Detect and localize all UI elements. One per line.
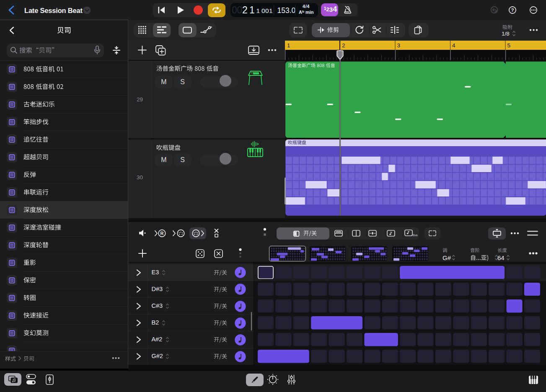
svg-text:1: 1: [287, 42, 290, 49]
svg-text:?: ?: [511, 8, 514, 13]
svg-text:5: 5: [507, 42, 511, 49]
svg-text:4: 4: [452, 42, 455, 49]
svg-text:8va: 8va: [413, 234, 417, 237]
svg-text:R: R: [160, 231, 164, 236]
svg-text:2: 2: [342, 42, 345, 49]
svg-text:3: 3: [397, 42, 401, 49]
